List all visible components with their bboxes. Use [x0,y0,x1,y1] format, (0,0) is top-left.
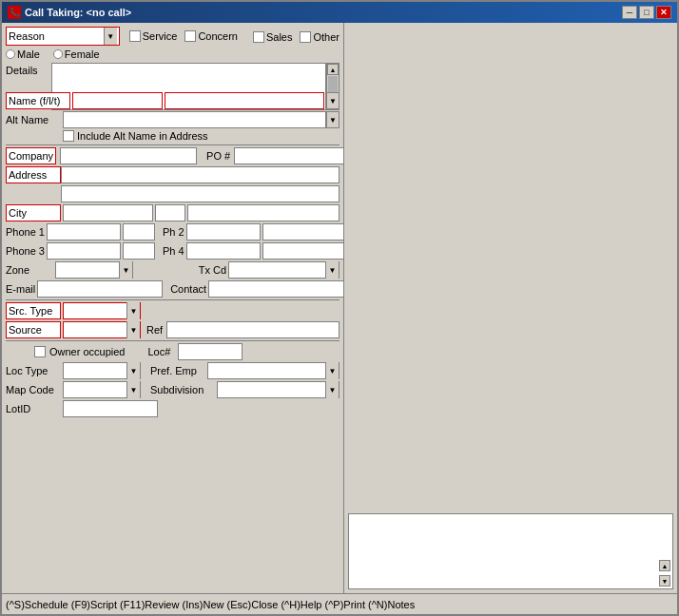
name-last[interactable] [165,92,324,109]
subdiv-dropdown-arrow[interactable]: ▼ [325,381,339,398]
scrollbar-up-arrow[interactable]: ▲ [327,64,339,75]
zone-label: Zone [6,264,53,276]
txcd-dropdown-arrow[interactable]: ▼ [325,261,339,279]
zone-row: Zone ▼ Tx Cd ▼ [6,261,340,279]
close-button[interactable]: ✕ [656,6,671,19]
name-first[interactable] [72,92,163,109]
concern-checkbox[interactable] [184,30,196,42]
other-checkbox-item: Other [300,31,340,43]
source-select[interactable]: ▼ [63,321,141,338]
company-input[interactable] [60,147,197,164]
checkboxes-group: Service Concern Sales O [129,29,340,43]
ref-input[interactable] [166,321,340,338]
concern-label: Concern [198,30,238,42]
contact-label: Contact [170,283,206,295]
source-dropdown-arrow[interactable]: ▼ [126,321,140,338]
status-bar: (^S)Schedule (F9)Script (F11)Review (Ins… [2,593,677,614]
mapcode-dropdown-arrow[interactable]: ▼ [126,381,140,398]
address-line1[interactable] [61,166,340,183]
right-panel-scrollbar-up[interactable]: ▲ [659,560,670,571]
mapcode-select[interactable]: ▼ [63,381,141,398]
phone1-row: Phone 1 Ph 2 [6,223,340,241]
reason-row: Reason ▼ Service Concern [6,27,340,46]
window-title: Call Taking: <no call> [25,7,131,18]
maximize-button[interactable]: □ [639,6,654,19]
source-label-box: Source [6,321,61,338]
include-alt-name-checkbox[interactable] [63,130,74,142]
alt-name-dropdown[interactable]: ▼ [326,111,340,128]
phone3-number[interactable] [47,242,121,260]
phone2-label: Ph 2 [163,226,184,238]
sales-checkbox-item: Sales [253,31,293,43]
zone-dropdown-arrow[interactable]: ▼ [119,261,132,279]
source-row: Source ▼ Ref [6,321,340,338]
reason-dropdown-arrow[interactable]: ▼ [104,28,117,45]
owner-row: Owner occupied Loc# [34,343,340,360]
main-window: 📞 Call Taking: <no call> ─ □ ✕ Reason ▼ … [0,0,679,616]
city-row: City [6,204,340,221]
po-input[interactable] [234,147,344,164]
details-label: Details [6,63,51,110]
phone2-number[interactable] [186,223,261,241]
ref-label: Ref [146,324,163,336]
alt-name-row: Alt Name ▼ [6,111,340,128]
zip-input[interactable] [187,204,340,221]
service-checkbox[interactable] [129,30,141,42]
alt-name-input[interactable] [63,111,326,128]
male-label: Male [17,48,40,60]
lochash-input[interactable] [178,343,242,360]
right-panel-scrollbar-down[interactable]: ▼ [659,575,670,587]
mapcode-label: Map Code [6,384,61,395]
contact-input[interactable] [208,280,344,298]
male-radio-item[interactable]: Male [6,48,40,60]
address-line2[interactable] [61,185,340,202]
loctype-select[interactable]: ▼ [63,362,141,379]
phone4-number[interactable] [186,242,261,260]
phone2-ext[interactable] [262,223,344,241]
female-radio-item[interactable]: Female [53,48,100,60]
female-radio[interactable] [53,49,63,59]
state-input[interactable] [155,204,185,221]
phone3-ext[interactable] [123,242,155,260]
other-checkbox[interactable] [300,31,311,43]
phone4-label: Ph 4 [163,245,184,257]
owner-occupied-checkbox[interactable] [34,346,46,357]
male-radio[interactable] [6,49,15,59]
txcd-select[interactable]: ▼ [228,261,340,279]
phone4-ext[interactable] [262,242,344,260]
status-text: (^S)Schedule (F9)Script (F11)Review (Ins… [6,599,415,610]
loctype-dropdown-arrow[interactable]: ▼ [126,362,140,379]
reason-select-label: Reason [9,30,45,42]
lotid-row: LotID [6,400,340,417]
other-label: Other [313,31,340,43]
srctype-dropdown-arrow[interactable]: ▼ [126,302,140,319]
subdiv-select[interactable]: ▼ [217,381,340,398]
phone3-label: Phone 3 [6,245,45,257]
prefemp-select[interactable]: ▼ [207,362,340,379]
lochash-label: Loc# [148,346,171,357]
title-bar: 📞 Call Taking: <no call> ─ □ ✕ [2,2,677,23]
female-label: Female [65,48,100,60]
company-label-box: Company [6,147,56,164]
email-input[interactable] [37,280,163,298]
right-top-area [344,23,677,510]
phone1-number[interactable] [47,223,121,241]
phone1-ext[interactable] [123,223,155,241]
city-label-box: City [6,204,61,221]
prefemp-dropdown-arrow[interactable]: ▼ [325,362,339,379]
include-alt-name-row: Include Alt Name in Address [63,130,340,142]
concern-checkbox-item: Concern [184,29,238,43]
email-label: E-mail [6,283,35,295]
minimize-button[interactable]: ─ [622,6,637,19]
name-dropdown[interactable]: ▼ [326,92,340,109]
address-row: Address [6,166,340,183]
reason-select[interactable]: Reason ▼ [6,27,120,46]
city-input[interactable] [63,204,153,221]
sales-checkbox[interactable] [253,31,264,43]
loctype-row: Loc Type ▼ Pref. Emp ▼ [6,362,340,379]
srctype-select[interactable]: ▼ [63,302,141,319]
app-icon: 📞 [8,6,21,19]
lotid-input[interactable] [63,400,158,417]
service-checkbox-item: Service [129,29,178,43]
zone-select[interactable]: ▼ [55,261,133,279]
